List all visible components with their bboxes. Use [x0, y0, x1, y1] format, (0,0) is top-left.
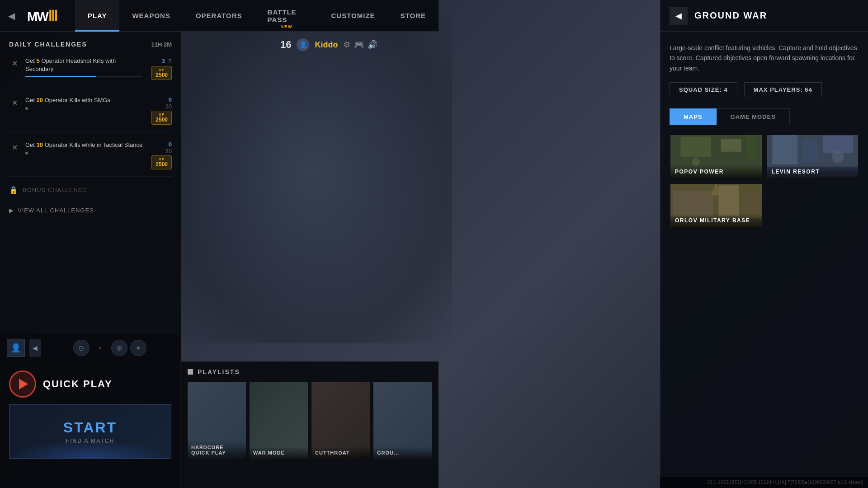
playlist-item-2[interactable]: WAR MODE [250, 382, 308, 459]
controller-icon: 🎮 [354, 40, 364, 50]
playlist-item-3[interactable]: CUTTHROAT [311, 382, 370, 459]
op-icon-3[interactable]: ✦ [130, 340, 146, 356]
lock-icon: 🔒 [9, 186, 18, 194]
playlist-label-3: CUTTHROAT [311, 446, 370, 459]
xp-badge-1: XP 2500 [151, 66, 172, 80]
daily-challenges-title: DAILY CHALLENGES [9, 41, 87, 48]
svg-rect-15 [744, 193, 759, 213]
svg-rect-2 [721, 139, 741, 152]
challenge-progress-dot-3 [25, 152, 28, 155]
player-social-icons: ⚙ 🎮 🔊 [343, 40, 377, 50]
challenge-item-3: ✕ Get 30 Operator Kills while in Tactica… [9, 141, 172, 177]
playlist-item-1[interactable]: HARDCORE QUICK PLAY [188, 382, 246, 459]
start-label: START [63, 419, 117, 436]
playlist-label-2: WAR MODE [250, 446, 308, 459]
svg-point-11 [832, 151, 844, 163]
nav-items-container: PLAY WEAPONS OPERATORS BATTLE PASS NEW C… [75, 0, 439, 32]
nav-item-play[interactable]: PLAY [75, 0, 120, 32]
nav-item-store[interactable]: STORE [388, 0, 439, 32]
challenge-count-2: 0 [169, 96, 172, 103]
volume-icon[interactable]: 🔊 [368, 40, 377, 50]
squad-size-badge: SQUAD SIZE: 4 [670, 82, 737, 97]
challenge-progress-dot-2 [25, 107, 28, 110]
challenge-max-2: 20 [165, 103, 172, 110]
map-label-levin: LEVIN RESORT [767, 165, 859, 178]
operator-selector: 👤 ◀ ⊙ • ⊕ ✦ [0, 334, 181, 361]
challenge-text-1: Get 5 Operator Headshot Kills with Secon… [25, 57, 142, 73]
operator-prev-button[interactable]: ◀ [29, 339, 41, 357]
challenge-right-3: 0 30 XP 2500 [148, 141, 172, 169]
right-panel: ◀ GROUND WAR Large-scale conflict featur… [660, 0, 868, 488]
challenge-progress-fill-1 [25, 76, 96, 77]
right-panel-back-button[interactable]: ◀ [670, 7, 688, 25]
playlists-section: PLAYLISTS HARDCORE QUICK PLAY WAR MODE C… [181, 361, 439, 488]
svg-rect-9 [823, 136, 853, 153]
player-avatar-icon: 👤 [297, 38, 309, 51]
playlists-title: PLAYLISTS [198, 368, 240, 375]
view-all-challenges-button[interactable]: ▶ VIEW ALL CHALLENGES [9, 203, 172, 217]
quick-play-title: QUICK PLAY [43, 378, 113, 390]
svg-rect-14 [718, 185, 739, 216]
game-logo: MWⅢ [23, 7, 57, 24]
svg-rect-1 [680, 136, 711, 157]
map-card-2[interactable]: LEVIN RESORT [766, 134, 859, 179]
panel-tabs: MAPS GAME MODES [670, 108, 859, 125]
map-label-orlov: ORLOV MILITARY BASE [670, 214, 762, 227]
bonus-challenge: 🔒 BONUS CHALLENGE [9, 186, 172, 194]
maps-grid: POPOV POWER LEVIN RESORT [670, 134, 859, 228]
challenge-content-2: Get 20 Operator Kills with SMGs [25, 96, 142, 110]
play-triangle-icon [19, 379, 28, 389]
xp-value-3: 2500 [156, 161, 168, 168]
start-button[interactable]: START FIND A MATCH [9, 404, 171, 459]
playlists-square-icon [188, 369, 193, 375]
right-panel-header: ◀ GROUND WAR [660, 0, 868, 32]
player-name: Kiddo [315, 40, 338, 50]
svg-rect-8 [802, 139, 818, 162]
bottom-area: QUICK PLAY START FIND A MATCH PLAYLISTS … [0, 361, 439, 488]
playlist-label-4: GROU... [373, 446, 432, 459]
challenge-right-1: 3 5 XP 2500 [148, 57, 172, 80]
daily-challenges-header: DAILY CHALLENGES 11H 2M [9, 41, 172, 48]
max-players-badge: MAX PLAYERS: 64 [744, 82, 822, 97]
svg-rect-3 [746, 135, 756, 160]
challenge-item-1: ✕ Get 5 Operator Headshot Kills with Sec… [9, 57, 172, 87]
nav-item-customize[interactable]: CUSTOMIZE [319, 0, 388, 32]
map-label-popov: POPOV POWER [670, 165, 762, 178]
panel-stats: SQUAD SIZE: 4 MAX PLAYERS: 64 [670, 82, 859, 97]
tab-maps[interactable]: MAPS [670, 108, 717, 125]
op-icon-2[interactable]: ⊕ [111, 340, 127, 356]
center-background [172, 0, 452, 343]
challenge-right-2: 0 20 XP 2500 [148, 96, 172, 125]
panel-description: Large-scale conflict featuring vehicles.… [670, 43, 859, 73]
challenge-content-3: Get 30 Operator Kills while in Tactical … [25, 141, 142, 155]
nav-item-weapons[interactable]: WEAPONS [119, 0, 183, 32]
op-icon-1[interactable]: ⊙ [73, 340, 90, 356]
challenge-item-2: ✕ Get 20 Operator Kills with SMGs 0 20 X… [9, 96, 172, 132]
xp-value-1: 2500 [156, 72, 168, 78]
challenge-count-1: 3 [162, 58, 165, 65]
challenge-timer: 11H 2M [151, 41, 172, 48]
xp-value-2: 2500 [156, 117, 168, 123]
panel-title: GROUND WAR [694, 10, 767, 21]
challenge-max-1: 5 [169, 58, 172, 65]
playlist-label-1: HARDCORE QUICK PLAY [188, 441, 246, 459]
battlepass-new-badge: NEW [281, 24, 293, 29]
challenge-progress-bar-1 [25, 76, 142, 77]
logo-num-text: Ⅲ [48, 8, 57, 24]
challenge-max-3: 30 [165, 148, 172, 155]
find-match-label: FIND A MATCH [66, 438, 114, 444]
nav-back-button[interactable]: ◀ [0, 0, 23, 32]
player-info: 16 👤 Kiddo ⚙ 🎮 🔊 [280, 38, 377, 51]
playlist-item-4[interactable]: GROU... [373, 382, 432, 459]
challenge-text-3: Get 30 Operator Kills while in Tactical … [25, 141, 142, 149]
play-circle-button[interactable] [9, 371, 36, 398]
status-text: 10.1.16521872[43:205:10124+11:A] T[7200]… [707, 480, 863, 485]
bonus-text: BONUS CHALLENGE [23, 187, 88, 193]
nav-item-battlepass[interactable]: BATTLE PASS NEW [255, 0, 319, 32]
map-card-3[interactable]: ORLOV MILITARY BASE [670, 183, 763, 228]
playlists-header: PLAYLISTS [188, 368, 432, 375]
playlist-items: HARDCORE QUICK PLAY WAR MODE CUTTHROAT G… [188, 382, 432, 459]
nav-item-operators[interactable]: OPERATORS [183, 0, 255, 32]
map-card-1[interactable]: POPOV POWER [670, 134, 763, 179]
tab-game-modes[interactable]: GAME MODES [717, 108, 790, 125]
